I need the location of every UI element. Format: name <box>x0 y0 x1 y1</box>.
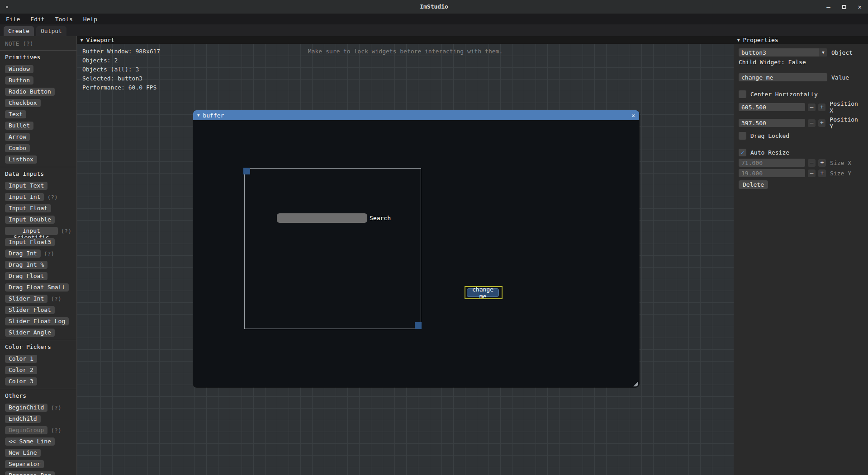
tabbar: Create Output <box>0 24 868 36</box>
help-hint: (?) <box>47 194 57 201</box>
palette-drag-float-small-button[interactable]: Drag Float Small <box>5 283 69 292</box>
collapse-arrow-icon[interactable]: ▼ <box>81 38 83 42</box>
size-y-label: Size Y <box>830 170 851 177</box>
palette-button-button[interactable]: Button <box>5 76 33 85</box>
size-x-minus-button: – <box>808 159 816 167</box>
position-x-input[interactable] <box>739 103 805 111</box>
child-widget-frame[interactable] <box>244 168 421 329</box>
viewport-title: Viewport <box>86 37 114 43</box>
palette-input-double-button[interactable]: Input Double <box>5 216 55 224</box>
size-y-plus-button: + <box>818 169 826 177</box>
resize-handle-bottom-right[interactable] <box>415 322 422 329</box>
viewport-header[interactable]: ▼ Viewport <box>77 36 734 44</box>
check-icon: ✓ <box>741 149 745 156</box>
palette-arrow-button[interactable]: Arrow <box>5 133 30 141</box>
auto-resize-checkbox[interactable]: ✓ <box>739 149 746 156</box>
drag-locked-label: Drag Locked <box>750 132 789 139</box>
tab-output[interactable]: Output <box>36 26 66 36</box>
center-horizontally-checkbox[interactable] <box>739 90 746 98</box>
os-titlebar[interactable]: ImStudio – ✕ <box>0 0 868 14</box>
properties-panel: ▼ Object Child Widget: False Value Cente… <box>734 44 868 475</box>
combo-dropdown-button[interactable]: ▼ <box>819 48 827 56</box>
palette-same-line-button[interactable]: << Same Line <box>5 437 55 446</box>
position-x-minus-button[interactable]: – <box>808 103 816 111</box>
palette-bullet-button[interactable]: Bullet <box>5 122 33 130</box>
palette-new-line-button[interactable]: New Line <box>5 449 41 457</box>
palette-input-int-button[interactable]: Input Int <box>5 193 44 201</box>
auto-resize-label: Auto Resize <box>750 149 789 156</box>
position-x-plus-button[interactable]: + <box>818 103 826 111</box>
palette-endchild-button[interactable]: EndChild <box>5 415 41 423</box>
palette-input-scientific-button[interactable]: Input Scientific <box>5 227 58 235</box>
buffer-window[interactable]: ▼ buffer ✕ Search change me <box>193 110 639 387</box>
search-input[interactable] <box>277 213 367 223</box>
window-title: ImStudio <box>0 3 868 10</box>
app-window: ImStudio – ✕ File Edit Tools Help Create… <box>0 0 868 475</box>
menu-edit[interactable]: Edit <box>30 16 49 23</box>
drag-locked-checkbox[interactable] <box>739 132 746 140</box>
palette-color2-button[interactable]: Color 2 <box>5 366 37 374</box>
change-me-button[interactable]: change me <box>467 288 499 297</box>
palette-color3-button[interactable]: Color 3 <box>5 377 37 386</box>
viewport-canvas[interactable]: Buffer Window: 988x617 Objects: 2 Object… <box>77 44 734 475</box>
stat-selected: Selected: button3 <box>82 74 160 83</box>
palette-radio-button[interactable]: Radio Button <box>5 88 55 96</box>
menu-tools[interactable]: Tools <box>55 16 78 23</box>
separator <box>0 50 76 51</box>
widget-palette-sidebar: NOTE (?) Primitives Window Button Radio … <box>0 36 77 475</box>
palette-drag-int-button[interactable]: Drag Int <box>5 249 41 258</box>
palette-combo-button[interactable]: Combo <box>5 144 30 152</box>
palette-slider-float-log-button[interactable]: Slider Float Log <box>5 317 69 325</box>
palette-input-text-button[interactable]: Input Text <box>5 182 47 190</box>
size-y-input <box>739 169 805 177</box>
separator <box>0 340 76 340</box>
menu-file[interactable]: File <box>6 16 25 23</box>
properties-header[interactable]: ▼ Properties <box>734 36 868 44</box>
section-color-pickers: Color Pickers <box>5 343 71 350</box>
menu-help[interactable]: Help <box>83 16 102 23</box>
tab-create[interactable]: Create <box>4 26 34 36</box>
palette-window-button[interactable]: Window <box>5 65 33 73</box>
search-label: Search <box>370 215 391 221</box>
delete-button[interactable]: Delete <box>739 180 768 189</box>
collapse-arrow-icon[interactable]: ▼ <box>737 38 740 42</box>
position-y-label: Position Y <box>830 116 864 130</box>
section-others: Others <box>5 392 71 399</box>
position-y-minus-button[interactable]: – <box>808 119 816 127</box>
position-y-input[interactable] <box>739 119 805 127</box>
stat-objects: Objects: 2 <box>82 56 160 65</box>
close-icon[interactable]: ✕ <box>631 112 635 119</box>
palette-listbox-button[interactable]: Listbox <box>5 155 37 164</box>
resize-handle-top-left[interactable] <box>243 168 250 174</box>
separator <box>0 167 76 167</box>
buffer-titlebar[interactable]: ▼ buffer ✕ <box>193 110 639 120</box>
palette-input-float-button[interactable]: Input Float <box>5 204 51 212</box>
palette-drag-int-pct-button[interactable]: Drag Int % <box>5 261 47 269</box>
section-primitives: Primitives <box>5 54 71 61</box>
help-hint: (?) <box>51 404 61 411</box>
palette-color1-button[interactable]: Color 1 <box>5 355 37 363</box>
stat-performance: Performance: 60.0 FPS <box>82 83 160 92</box>
palette-text-button[interactable]: Text <box>5 110 26 118</box>
palette-beginchild-button[interactable]: BeginChild <box>5 404 47 412</box>
object-label: Object <box>831 49 853 56</box>
value-input[interactable] <box>739 73 827 81</box>
palette-progress-bar-button[interactable]: Progress Bar <box>5 471 55 475</box>
properties-title: Properties <box>743 37 778 43</box>
palette-separator-button[interactable]: Separator <box>5 460 44 468</box>
minimize-icon[interactable]: – <box>826 4 830 10</box>
collapse-arrow-icon[interactable]: ▼ <box>197 113 199 118</box>
palette-slider-int-button[interactable]: Slider Int <box>5 295 47 303</box>
palette-input-float3-button[interactable]: Input Float3 <box>5 238 55 246</box>
size-x-input <box>739 159 805 167</box>
palette-slider-float-button[interactable]: Slider Float <box>5 306 55 314</box>
position-y-plus-button[interactable]: + <box>818 119 826 127</box>
palette-checkbox-button[interactable]: Checkbox <box>5 99 41 107</box>
palette-slider-angle-button[interactable]: Slider Angle <box>5 329 55 337</box>
close-icon[interactable]: ✕ <box>858 4 862 10</box>
note-label: NOTE (?) <box>5 40 71 47</box>
maximize-icon[interactable] <box>842 4 846 10</box>
palette-drag-float-button[interactable]: Drag Float <box>5 272 47 280</box>
resize-grip-icon[interactable] <box>633 381 638 386</box>
object-combo[interactable] <box>739 48 819 56</box>
